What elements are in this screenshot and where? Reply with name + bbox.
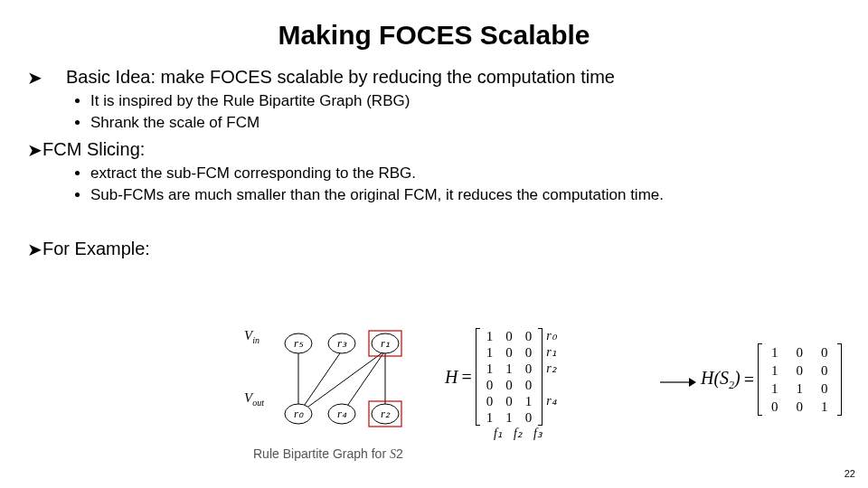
sub-bullets-2: extract the sub-FCM corresponding to the… bbox=[27, 164, 841, 204]
maps-to-arrow-icon bbox=[660, 373, 696, 394]
matrix-hs2-label: H(S2) bbox=[701, 368, 741, 392]
svg-text:r₀: r₀ bbox=[294, 407, 304, 420]
bullet-basic-idea: ➤ Basic Idea: make FOCES scalable by red… bbox=[27, 67, 841, 89]
rbg-caption: Rule Bipartite Graph for S2 bbox=[253, 446, 403, 462]
matrix-h-values: 100 100 110 000 001 110 bbox=[480, 328, 539, 426]
sub-bullet: Shrank the scale of FCM bbox=[90, 114, 841, 132]
svg-line-3 bbox=[342, 351, 385, 414]
arrow-icon: ➤ bbox=[27, 67, 42, 89]
sub-bullet: extract the sub-FCM corresponding to the… bbox=[90, 164, 841, 183]
svg-text:r₄: r₄ bbox=[337, 407, 347, 420]
bullet-fcm-text: FCM Slicing: bbox=[42, 139, 145, 160]
sub-bullet: It is inspired by the Rule Bipartite Gra… bbox=[90, 92, 841, 110]
bullet-basic-idea-text: Basic Idea: make FOCES scalable by reduc… bbox=[66, 67, 615, 88]
svg-marker-20 bbox=[689, 378, 696, 387]
svg-text:r₂: r₂ bbox=[381, 407, 391, 420]
vin-label: Vin bbox=[244, 328, 259, 345]
page-number: 22 bbox=[844, 468, 855, 479]
matrix-h-col-labels: f₁f₂f₃ bbox=[479, 426, 557, 441]
arrow-icon: ➤ bbox=[27, 139, 42, 161]
matrix-hs2: H(S2) = 100 100 110 001 bbox=[701, 343, 842, 416]
figure-area: r₅ r₃ r₁ r₀ r₄ r₂ Vin Vout Rule Bipartit… bbox=[244, 324, 850, 477]
slide-title: Making FOCES Scalable bbox=[27, 20, 841, 51]
bullet-fcm-slicing: ➤ FCM Slicing: bbox=[27, 139, 841, 161]
bullet-example: ➤ For Example: bbox=[27, 239, 841, 260]
equals-icon: = bbox=[461, 367, 471, 388]
sub-bullets-1: It is inspired by the Rule Bipartite Gra… bbox=[27, 92, 841, 132]
svg-text:r₁: r₁ bbox=[381, 336, 390, 350]
vout-label: Vout bbox=[244, 390, 264, 408]
matrix-h-row-labels: r₀ r₁ r₂ r₄ bbox=[546, 328, 556, 426]
arrow-icon: ➤ bbox=[27, 239, 42, 260]
svg-text:r₅: r₅ bbox=[294, 336, 304, 350]
svg-line-1 bbox=[298, 351, 342, 414]
sub-bullet: Sub-FCMs are much smaller than the origi… bbox=[90, 186, 841, 204]
matrix-h: H = 100 100 110 000 001 110 r₀ r₁ r₂ r₄ bbox=[445, 328, 557, 441]
equals-icon: = bbox=[744, 370, 754, 390]
matrix-h-label: H bbox=[445, 367, 458, 388]
matrix-hs2-values: 100 100 110 001 bbox=[762, 343, 837, 416]
bullet-example-text: For Example: bbox=[42, 239, 150, 259]
svg-text:r₃: r₃ bbox=[337, 336, 347, 350]
